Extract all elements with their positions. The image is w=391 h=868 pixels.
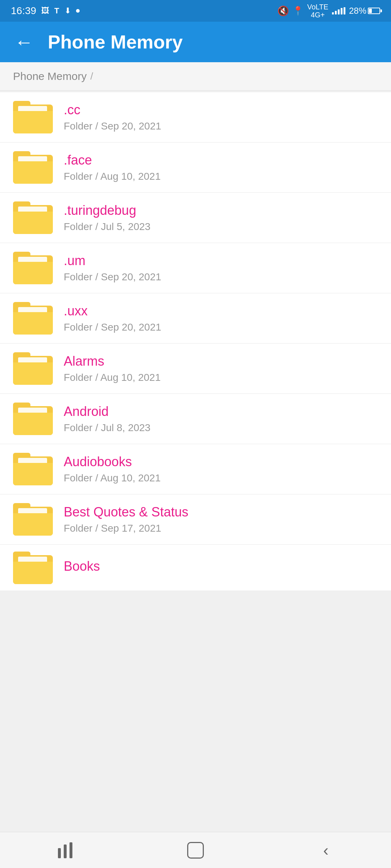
back-nav-icon: ‹ [323, 841, 329, 859]
download-icon: ⬇ [64, 6, 71, 16]
battery-fill [369, 9, 372, 13]
folder-icon [13, 302, 53, 335]
location-icon: 📍 [293, 6, 303, 16]
network-type-label: VoLTE4G+ [307, 3, 328, 19]
file-name: Books [64, 559, 378, 574]
status-time: 16:39 [11, 5, 36, 17]
list-item[interactable]: .faceFolder / Aug 10, 2021 [0, 142, 391, 193]
notification-dot [76, 9, 80, 13]
back-icon: ← [14, 31, 33, 53]
file-meta: Folder / Sep 20, 2021 [64, 271, 378, 283]
signal-bar-2 [335, 11, 337, 14]
folder-front-shape [13, 161, 53, 184]
folder-front-shape [13, 413, 53, 435]
home-button[interactable] [181, 839, 210, 861]
file-meta: Folder / Aug 10, 2021 [64, 472, 378, 484]
list-item[interactable]: Best Quotes & StatusFolder / Sep 17, 202… [0, 494, 391, 545]
file-info: AudiobooksFolder / Aug 10, 2021 [64, 454, 378, 484]
recent-apps-icon [58, 842, 72, 858]
file-info: Best Quotes & StatusFolder / Sep 17, 202… [64, 505, 378, 534]
file-name: .um [64, 253, 378, 268]
list-item[interactable]: .turingdebugFolder / Jul 5, 2023 [0, 193, 391, 243]
recent-apps-button[interactable] [51, 839, 80, 861]
signal-bar-4 [341, 8, 342, 14]
folder-icon [13, 201, 53, 234]
breadcrumb-bar: Phone Memory / [0, 62, 391, 91]
status-bar: 16:39 🖼 T ⬇ 🔇 📍 VoLTE4G+ 28% [0, 0, 391, 22]
status-left: 16:39 🖼 T ⬇ [11, 5, 80, 17]
list-item[interactable]: .umFolder / Sep 20, 2021 [0, 243, 391, 293]
file-info: .uxxFolder / Sep 20, 2021 [64, 303, 378, 333]
folder-icon [13, 503, 53, 536]
file-meta: Folder / Aug 10, 2021 [64, 171, 378, 182]
signal-bars [332, 7, 345, 14]
back-nav-button[interactable]: ‹ [311, 839, 340, 861]
mute-icon: 🔇 [277, 5, 289, 17]
file-name: .turingdebug [64, 203, 378, 218]
folder-icon [13, 151, 53, 184]
signal-bar-3 [338, 9, 340, 14]
file-name: Alarms [64, 354, 378, 369]
list-item[interactable]: Books [0, 545, 391, 591]
battery-percent: 28% [349, 6, 366, 16]
home-icon [187, 842, 204, 859]
file-name: Android [64, 404, 378, 419]
status-right: 🔇 📍 VoLTE4G+ 28% [277, 3, 380, 19]
gallery-icon: 🖼 [41, 6, 49, 16]
folder-icon [13, 552, 53, 584]
file-meta: Folder / Sep 20, 2021 [64, 322, 378, 333]
file-name: .face [64, 153, 378, 168]
folder-front-shape [13, 111, 53, 133]
file-meta: Folder / Sep 20, 2021 [64, 120, 378, 132]
file-meta: Folder / Sep 17, 2021 [64, 523, 378, 534]
folder-front-shape [13, 312, 53, 335]
battery-icon [368, 8, 380, 14]
file-info: .turingdebugFolder / Jul 5, 2023 [64, 203, 378, 233]
folder-front-shape [13, 362, 53, 385]
file-info: .ccFolder / Sep 20, 2021 [64, 102, 378, 132]
battery-indicator: 28% [349, 6, 380, 16]
folder-front-shape [13, 562, 53, 584]
folder-icon [13, 403, 53, 435]
folder-icon [13, 252, 53, 284]
file-info: AndroidFolder / Jul 8, 2023 [64, 404, 378, 434]
file-info: .faceFolder / Aug 10, 2021 [64, 153, 378, 182]
bottom-nav: ‹ [0, 832, 391, 868]
folder-front-shape [13, 463, 53, 485]
list-item[interactable]: AndroidFolder / Jul 8, 2023 [0, 394, 391, 444]
folder-icon [13, 101, 53, 133]
list-item[interactable]: .ccFolder / Sep 20, 2021 [0, 92, 391, 142]
folder-front-shape [13, 513, 53, 536]
file-name: Audiobooks [64, 454, 378, 469]
list-item[interactable]: .uxxFolder / Sep 20, 2021 [0, 293, 391, 344]
list-item[interactable]: AlarmsFolder / Aug 10, 2021 [0, 344, 391, 394]
file-info: .umFolder / Sep 20, 2021 [64, 253, 378, 283]
list-item[interactable]: AudiobooksFolder / Aug 10, 2021 [0, 444, 391, 494]
breadcrumb-path[interactable]: Phone Memory [13, 70, 87, 82]
back-button[interactable]: ← [13, 31, 35, 53]
file-meta: Folder / Aug 10, 2021 [64, 372, 378, 383]
app-bar: ← Phone Memory [0, 22, 391, 62]
folder-front-shape [13, 212, 53, 234]
file-name: .cc [64, 102, 378, 118]
file-meta: Folder / Jul 8, 2023 [64, 422, 378, 434]
file-name: Best Quotes & Status [64, 505, 378, 520]
file-info: Books [64, 559, 378, 577]
folder-icon [13, 352, 53, 385]
file-meta: Folder / Jul 5, 2023 [64, 221, 378, 233]
file-name: .uxx [64, 303, 378, 319]
file-list: .ccFolder / Sep 20, 2021.faceFolder / Au… [0, 92, 391, 591]
folder-front-shape [13, 262, 53, 284]
breadcrumb-separator: / [90, 71, 93, 82]
folder-icon [13, 453, 53, 485]
teams-icon: T [54, 6, 59, 16]
signal-bar-1 [332, 12, 334, 14]
file-info: AlarmsFolder / Aug 10, 2021 [64, 354, 378, 383]
signal-bar-5 [344, 7, 345, 14]
app-bar-title: Phone Memory [48, 31, 183, 53]
